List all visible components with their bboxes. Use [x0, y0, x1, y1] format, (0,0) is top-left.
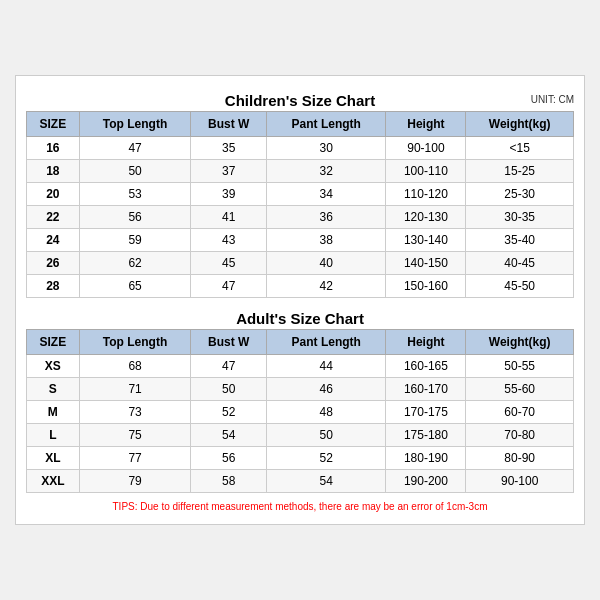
table-cell: 22 [27, 206, 80, 229]
table-cell: M [27, 401, 80, 424]
table-row: XS684744160-16550-55 [27, 355, 574, 378]
table-cell: 110-120 [386, 183, 466, 206]
adult-col-size: SIZE [27, 330, 80, 355]
table-cell: 40-45 [466, 252, 574, 275]
adult-col-bust-w: Bust W [191, 330, 267, 355]
chart-container: Children's Size Chart UNIT: CM SIZE Top … [15, 75, 585, 525]
table-cell: 79 [79, 470, 191, 493]
table-cell: 54 [191, 424, 267, 447]
table-cell: 140-150 [386, 252, 466, 275]
table-cell: 46 [267, 378, 386, 401]
table-row: XL775652180-19080-90 [27, 447, 574, 470]
table-cell: 90-100 [386, 137, 466, 160]
tips-text: TIPS: Due to different measurement metho… [26, 497, 574, 514]
table-cell: 24 [27, 229, 80, 252]
table-cell: 47 [79, 137, 191, 160]
table-cell: 48 [267, 401, 386, 424]
table-cell: 25-30 [466, 183, 574, 206]
table-row: 28654742150-16045-50 [27, 275, 574, 298]
adult-table: SIZE Top Length Bust W Pant Length Heigh… [26, 329, 574, 493]
table-cell: 52 [191, 401, 267, 424]
table-cell: 50 [191, 378, 267, 401]
table-row: M735248170-17560-70 [27, 401, 574, 424]
table-cell: 28 [27, 275, 80, 298]
table-cell: 34 [267, 183, 386, 206]
children-title: Children's Size Chart UNIT: CM [26, 86, 574, 111]
children-table: SIZE Top Length Bust W Pant Length Heigh… [26, 111, 574, 298]
table-cell: 30-35 [466, 206, 574, 229]
children-col-height: Height [386, 112, 466, 137]
table-cell: L [27, 424, 80, 447]
table-cell: 30 [267, 137, 386, 160]
table-cell: 175-180 [386, 424, 466, 447]
table-cell: 170-175 [386, 401, 466, 424]
table-cell: 37 [191, 160, 267, 183]
children-col-bust-w: Bust W [191, 112, 267, 137]
table-cell: 80-90 [466, 447, 574, 470]
table-cell: 15-25 [466, 160, 574, 183]
children-col-top-length: Top Length [79, 112, 191, 137]
table-cell: 56 [79, 206, 191, 229]
table-cell: 38 [267, 229, 386, 252]
table-cell: 44 [267, 355, 386, 378]
table-cell: 56 [191, 447, 267, 470]
table-row: L755450175-18070-80 [27, 424, 574, 447]
table-cell: 42 [267, 275, 386, 298]
table-cell: 54 [267, 470, 386, 493]
adult-title: Adult's Size Chart [26, 304, 574, 329]
table-cell: 71 [79, 378, 191, 401]
table-cell: 16 [27, 137, 80, 160]
table-cell: 50-55 [466, 355, 574, 378]
table-row: 26624540140-15040-45 [27, 252, 574, 275]
table-cell: 160-165 [386, 355, 466, 378]
table-cell: <15 [466, 137, 574, 160]
table-cell: XL [27, 447, 80, 470]
table-cell: 100-110 [386, 160, 466, 183]
table-cell: 47 [191, 275, 267, 298]
table-cell: 59 [79, 229, 191, 252]
table-cell: 62 [79, 252, 191, 275]
table-cell: 39 [191, 183, 267, 206]
table-cell: 32 [267, 160, 386, 183]
table-row: S715046160-17055-60 [27, 378, 574, 401]
table-cell: 180-190 [386, 447, 466, 470]
table-row: 24594338130-14035-40 [27, 229, 574, 252]
table-cell: 41 [191, 206, 267, 229]
table-cell: 55-60 [466, 378, 574, 401]
table-cell: 40 [267, 252, 386, 275]
table-cell: 50 [267, 424, 386, 447]
table-cell: 70-80 [466, 424, 574, 447]
table-cell: XS [27, 355, 80, 378]
table-cell: 130-140 [386, 229, 466, 252]
table-cell: 75 [79, 424, 191, 447]
table-cell: 68 [79, 355, 191, 378]
table-cell: 26 [27, 252, 80, 275]
table-row: 18503732100-11015-25 [27, 160, 574, 183]
table-cell: 18 [27, 160, 80, 183]
table-cell: S [27, 378, 80, 401]
adult-col-top-length: Top Length [79, 330, 191, 355]
table-cell: 58 [191, 470, 267, 493]
table-cell: 36 [267, 206, 386, 229]
adult-header-row: SIZE Top Length Bust W Pant Length Heigh… [27, 330, 574, 355]
table-cell: 35 [191, 137, 267, 160]
table-cell: 150-160 [386, 275, 466, 298]
table-row: XXL795854190-20090-100 [27, 470, 574, 493]
children-col-pant-length: Pant Length [267, 112, 386, 137]
table-cell: 190-200 [386, 470, 466, 493]
table-cell: 53 [79, 183, 191, 206]
table-cell: 160-170 [386, 378, 466, 401]
children-header-row: SIZE Top Length Bust W Pant Length Heigh… [27, 112, 574, 137]
adult-col-height: Height [386, 330, 466, 355]
adult-col-pant-length: Pant Length [267, 330, 386, 355]
table-cell: 45 [191, 252, 267, 275]
table-cell: XXL [27, 470, 80, 493]
table-cell: 120-130 [386, 206, 466, 229]
table-row: 1647353090-100<15 [27, 137, 574, 160]
table-cell: 20 [27, 183, 80, 206]
table-cell: 73 [79, 401, 191, 424]
table-cell: 77 [79, 447, 191, 470]
table-cell: 47 [191, 355, 267, 378]
unit-label: UNIT: CM [531, 93, 574, 104]
table-cell: 43 [191, 229, 267, 252]
